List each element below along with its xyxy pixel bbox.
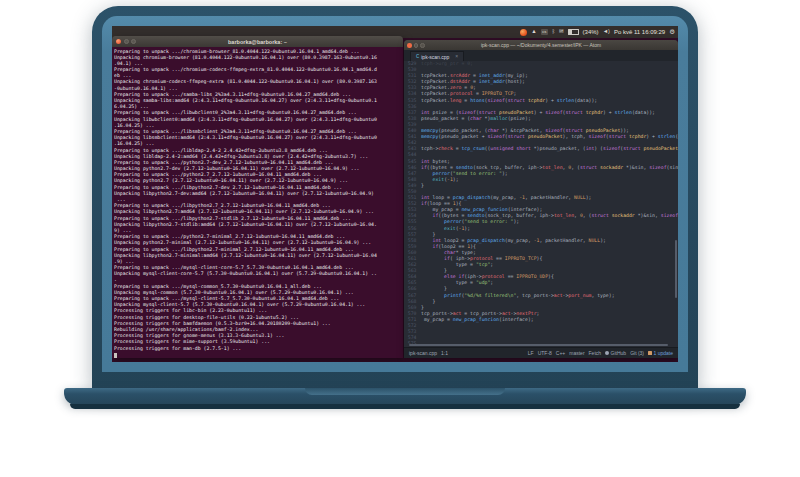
code-line: tcph->urg_ptr = 0; <box>421 61 678 67</box>
atom-close-button[interactable] <box>407 43 412 48</box>
status-updates[interactable]: 1 update <box>648 350 673 356</box>
terminal-line: Unpacking libwbclient0:amd64 (2:4.3.11+d… <box>114 117 403 123</box>
package-icon <box>648 351 652 355</box>
status-git-changes[interactable]: Git (3) <box>630 350 644 356</box>
terminal-line: Unpacking libpython2.7-dev:amd64 (2.7.12… <box>114 191 403 197</box>
terminal-line: Unpacking mysql-client-core-5.7 (5.7.30-… <box>114 271 403 277</box>
terminal-window: barborka@barborka: ~ Preparing to unpack… <box>112 36 403 358</box>
terminal-line: Unpacking chromium-codecs-ffmpeg-extra (… <box>114 79 403 85</box>
battery-fill <box>569 30 572 34</box>
status-file-path[interactable]: ipk-scan.cpp <box>409 350 437 356</box>
atom-maximize-button[interactable] <box>420 43 425 48</box>
status-grammar[interactable]: C++ <box>556 350 565 356</box>
editor[interactable]: 5295305315325335345355365375385395405415… <box>404 61 678 344</box>
terminal-line: Unpacking libldap-2.4-2:amd64 (2.4.42+df… <box>114 154 403 160</box>
terminal-line: Processing triggers for man-db (2.7.5-1)… <box>114 346 403 352</box>
base-bottom-edge <box>70 404 740 409</box>
terminal-line: Unpacking chromium-browser (81.0.4044.12… <box>114 55 403 61</box>
wifi-icon[interactable]: ▲ <box>531 29 536 35</box>
atom-titlebar[interactable]: ipk-scan.cpp — ~/Dokumenty/4.semester/IP… <box>404 40 678 50</box>
terminal-line: Unpacking python2.7-minimal (2.7.12-1ubu… <box>114 240 403 246</box>
close-button[interactable] <box>116 39 121 44</box>
terminal-line: Unpacking libpython2.7:amd64 (2.7.12-1ub… <box>114 209 403 215</box>
status-fetch[interactable]: Fetch <box>589 350 602 356</box>
terminal-line: Unpacking libpython2.7-stdlib:amd64 (2.7… <box>114 222 403 228</box>
line-number-gutter: 5295305315325335345355365375385395405415… <box>404 61 419 344</box>
tab-ipk-scan[interactable]: C ipk-scan.cpp × <box>410 51 464 61</box>
maximize-button[interactable] <box>131 39 136 44</box>
session-menu-gear-icon[interactable]: ⚙ <box>669 29 675 36</box>
atom-window-controls <box>407 43 425 48</box>
battery-percentage: (34%) <box>583 29 599 35</box>
terminal-window-controls <box>116 39 136 44</box>
atom-window: ipk-scan.cpp — ~/Dokumenty/4.semester/IP… <box>404 40 678 358</box>
volume-icon[interactable]: ◄) <box>603 29 610 35</box>
terminal-title: barborka@barborka: ~ <box>228 39 287 45</box>
status-encoding[interactable]: UTF-8 <box>538 350 552 356</box>
laptop-mockup: ▲ cs ᛒ ✉ (34%) ◄) Po kvě 11 16:09:29 ⚙ b… <box>0 0 800 477</box>
clock[interactable]: Po kvě 11 16:09:29 <box>614 29 665 35</box>
terminal-output[interactable]: Preparing to unpack .../chromium-browser… <box>112 47 403 358</box>
status-line-ending[interactable]: LF <box>528 350 534 356</box>
tab-close-icon[interactable]: × <box>455 54 458 59</box>
minimize-button[interactable] <box>124 39 129 44</box>
atom-minimize-button[interactable] <box>414 43 419 48</box>
code-line: tcph->check = tcp_csum((unsigned short *… <box>421 146 678 152</box>
horizontal-scrollbar[interactable] <box>409 344 668 346</box>
mail-icon[interactable]: ✉ <box>559 29 564 35</box>
atom-window-title: ipk-scan.cpp — ~/Dokumenty/4.semester/IP… <box>481 42 601 48</box>
base-notch <box>305 388 505 395</box>
code-area[interactable]: tcph->urg_ptr = 0;tcpPacket.srcAddr = in… <box>419 61 678 344</box>
terminal-line: Unpacking libpython2.7-minimal:amd64 (2.… <box>114 253 403 259</box>
battery-icon[interactable] <box>568 29 579 36</box>
status-branch[interactable]: master <box>569 350 584 356</box>
vertical-scrollbar[interactable] <box>675 240 677 298</box>
desktop-screen: ▲ cs ᛒ ✉ (34%) ◄) Po kvě 11 16:09:29 ⚙ b… <box>112 26 678 362</box>
status-cursor-position[interactable]: 1:1 <box>441 350 448 356</box>
terminal-cursor <box>114 353 117 358</box>
tab-label: ipk-scan.cpp <box>421 54 449 60</box>
code-line: memcpy(pseudo_packet + sizeof(struct pse… <box>421 134 678 140</box>
bluetooth-icon[interactable]: ᛒ <box>552 29 555 35</box>
status-github[interactable]: GitHub <box>605 350 626 356</box>
keyboard-indicator[interactable]: cs <box>541 29 548 35</box>
github-icon <box>605 351 609 355</box>
status-bar: ipk-scan.cpp 1:1 LF UTF-8 C++ master Fet… <box>404 347 678 358</box>
terminal-titlebar[interactable]: barborka@barborka: ~ <box>112 36 403 47</box>
terminal-line: Preparing to unpack .../chromium-codecs-… <box>114 67 403 73</box>
terminal-lines: Preparing to unpack .../chromium-browser… <box>114 49 403 352</box>
terminal-line: Unpacking samba-libs:amd64 (2:4.3.11+dfs… <box>114 98 403 104</box>
software-updater-icon[interactable] <box>520 29 527 36</box>
terminal-line: Unpacking libsmbclient:amd64 (2:4.3.11+d… <box>114 135 403 141</box>
tab-bar: C ipk-scan.cpp × <box>404 50 678 61</box>
laptop-base <box>64 388 746 405</box>
cpp-file-icon: C <box>416 54 419 59</box>
